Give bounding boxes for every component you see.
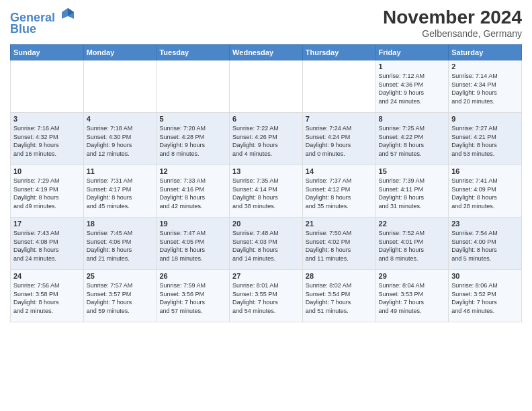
day-number: 10: [13, 167, 81, 175]
day-info: Sunrise: 7:33 AM Sunset: 4:16 PM Dayligh…: [159, 177, 226, 210]
day-info: Sunrise: 8:02 AM Sunset: 3:54 PM Dayligh…: [306, 281, 373, 315]
day-number: 27: [232, 272, 300, 280]
day-cell: 3Sunrise: 7:16 AM Sunset: 4:32 PM Daylig…: [11, 113, 84, 165]
header: General Blue November 2024 Gelbensande, …: [10, 7, 522, 39]
day-info: Sunrise: 7:31 AM Sunset: 4:17 PM Dayligh…: [87, 177, 154, 210]
day-info: Sunrise: 7:56 AM Sunset: 3:58 PM Dayligh…: [13, 281, 81, 315]
weekday-header-friday: Friday: [375, 45, 449, 60]
day-cell: 29Sunrise: 8:04 AM Sunset: 3:53 PM Dayli…: [375, 270, 449, 322]
day-cell: 17Sunrise: 7:43 AM Sunset: 4:08 PM Dayli…: [11, 218, 84, 270]
day-info: Sunrise: 7:47 AM Sunset: 4:05 PM Dayligh…: [159, 229, 226, 263]
day-cell: 8Sunrise: 7:25 AM Sunset: 4:22 PM Daylig…: [375, 113, 449, 165]
week-row-5: 24Sunrise: 7:56 AM Sunset: 3:58 PM Dayli…: [11, 270, 522, 322]
day-cell: 4Sunrise: 7:18 AM Sunset: 4:30 PM Daylig…: [83, 113, 157, 165]
day-number: 19: [159, 220, 226, 228]
page-container: General Blue November 2024 Gelbensande, …: [0, 0, 532, 326]
day-cell: 19Sunrise: 7:47 AM Sunset: 4:05 PM Dayli…: [157, 218, 230, 270]
day-number: 25: [87, 272, 154, 280]
day-number: 13: [232, 167, 300, 175]
day-number: 18: [87, 220, 154, 228]
day-info: Sunrise: 8:04 AM Sunset: 3:53 PM Dayligh…: [379, 281, 446, 315]
logo: General Blue: [10, 7, 75, 36]
day-info: Sunrise: 7:57 AM Sunset: 3:57 PM Dayligh…: [87, 281, 154, 315]
day-number: 21: [306, 220, 373, 228]
day-cell: 27Sunrise: 8:01 AM Sunset: 3:55 PM Dayli…: [230, 270, 303, 322]
day-number: 16: [451, 167, 519, 175]
day-cell: 10Sunrise: 7:29 AM Sunset: 4:19 PM Dayli…: [11, 165, 84, 218]
week-row-1: 1Sunrise: 7:12 AM Sunset: 4:36 PM Daylig…: [11, 60, 522, 113]
logo-icon: [60, 7, 75, 21]
day-number: 11: [87, 167, 154, 175]
day-cell: 18Sunrise: 7:45 AM Sunset: 4:06 PM Dayli…: [83, 218, 157, 270]
day-cell: [11, 60, 84, 113]
day-number: 5: [159, 115, 226, 123]
day-cell: [230, 60, 303, 113]
day-info: Sunrise: 7:52 AM Sunset: 4:01 PM Dayligh…: [379, 229, 446, 263]
day-cell: 9Sunrise: 7:27 AM Sunset: 4:21 PM Daylig…: [449, 113, 522, 165]
day-cell: 22Sunrise: 7:52 AM Sunset: 4:01 PM Dayli…: [375, 218, 449, 270]
day-number: 9: [451, 115, 519, 123]
day-number: 30: [451, 272, 519, 280]
day-number: 24: [13, 272, 81, 280]
week-row-3: 10Sunrise: 7:29 AM Sunset: 4:19 PM Dayli…: [11, 165, 522, 218]
day-cell: 15Sunrise: 7:39 AM Sunset: 4:11 PM Dayli…: [375, 165, 449, 218]
day-cell: 23Sunrise: 7:54 AM Sunset: 4:00 PM Dayli…: [449, 218, 522, 270]
weekday-header-thursday: Thursday: [302, 45, 375, 60]
day-info: Sunrise: 7:14 AM Sunset: 4:34 PM Dayligh…: [451, 72, 519, 105]
day-info: Sunrise: 7:54 AM Sunset: 4:00 PM Dayligh…: [451, 229, 519, 263]
weekday-header-saturday: Saturday: [449, 45, 522, 60]
day-cell: 2Sunrise: 7:14 AM Sunset: 4:34 PM Daylig…: [449, 60, 522, 113]
day-number: 3: [13, 115, 81, 123]
week-row-4: 17Sunrise: 7:43 AM Sunset: 4:08 PM Dayli…: [11, 218, 522, 270]
day-info: Sunrise: 7:20 AM Sunset: 4:28 PM Dayligh…: [159, 124, 226, 158]
day-info: Sunrise: 7:25 AM Sunset: 4:22 PM Dayligh…: [379, 124, 446, 158]
day-info: Sunrise: 7:39 AM Sunset: 4:11 PM Dayligh…: [379, 177, 446, 210]
day-info: Sunrise: 7:18 AM Sunset: 4:30 PM Dayligh…: [87, 124, 154, 158]
day-cell: [302, 60, 375, 113]
day-cell: 16Sunrise: 7:41 AM Sunset: 4:09 PM Dayli…: [449, 165, 522, 218]
day-info: Sunrise: 7:16 AM Sunset: 4:32 PM Dayligh…: [13, 124, 81, 158]
day-number: 23: [451, 220, 519, 228]
day-cell: 24Sunrise: 7:56 AM Sunset: 3:58 PM Dayli…: [11, 270, 84, 322]
day-info: Sunrise: 7:45 AM Sunset: 4:06 PM Dayligh…: [87, 229, 154, 263]
day-number: 4: [87, 115, 154, 123]
weekday-header-sunday: Sunday: [11, 45, 84, 60]
day-cell: 13Sunrise: 7:35 AM Sunset: 4:14 PM Dayli…: [230, 165, 303, 218]
day-number: 1: [379, 62, 446, 71]
day-info: Sunrise: 7:43 AM Sunset: 4:08 PM Dayligh…: [13, 229, 81, 263]
day-number: 28: [306, 272, 373, 280]
day-info: Sunrise: 8:01 AM Sunset: 3:55 PM Dayligh…: [232, 281, 300, 315]
day-number: 6: [232, 115, 300, 123]
day-cell: 5Sunrise: 7:20 AM Sunset: 4:28 PM Daylig…: [157, 113, 230, 165]
day-number: 29: [379, 272, 446, 280]
day-cell: 1Sunrise: 7:12 AM Sunset: 4:36 PM Daylig…: [375, 60, 449, 113]
day-info: Sunrise: 7:29 AM Sunset: 4:19 PM Dayligh…: [13, 177, 81, 210]
day-number: 22: [379, 220, 446, 228]
day-info: Sunrise: 7:27 AM Sunset: 4:21 PM Dayligh…: [451, 124, 519, 158]
day-info: Sunrise: 7:35 AM Sunset: 4:14 PM Dayligh…: [232, 177, 300, 210]
day-number: 8: [379, 115, 446, 123]
day-cell: 21Sunrise: 7:50 AM Sunset: 4:02 PM Dayli…: [302, 218, 375, 270]
day-cell: 30Sunrise: 8:06 AM Sunset: 3:52 PM Dayli…: [449, 270, 522, 322]
day-number: 15: [379, 167, 446, 175]
day-cell: 6Sunrise: 7:22 AM Sunset: 4:26 PM Daylig…: [230, 113, 303, 165]
day-cell: 20Sunrise: 7:48 AM Sunset: 4:03 PM Dayli…: [230, 218, 303, 270]
day-cell: 28Sunrise: 8:02 AM Sunset: 3:54 PM Dayli…: [302, 270, 375, 322]
day-cell: 25Sunrise: 7:57 AM Sunset: 3:57 PM Dayli…: [83, 270, 157, 322]
day-number: 7: [306, 115, 373, 123]
location: Gelbensande, Germany: [383, 28, 522, 39]
day-cell: 11Sunrise: 7:31 AM Sunset: 4:17 PM Dayli…: [83, 165, 157, 218]
day-info: Sunrise: 7:37 AM Sunset: 4:12 PM Dayligh…: [306, 177, 373, 210]
day-info: Sunrise: 7:41 AM Sunset: 4:09 PM Dayligh…: [451, 177, 519, 210]
day-cell: 26Sunrise: 7:59 AM Sunset: 3:56 PM Dayli…: [157, 270, 230, 322]
title-block: November 2024 Gelbensande, Germany: [383, 7, 522, 39]
month-title: November 2024: [383, 7, 522, 28]
calendar-table: SundayMondayTuesdayWednesdayThursdayFrid…: [10, 44, 522, 322]
day-cell: [157, 60, 230, 113]
day-cell: [83, 60, 157, 113]
day-info: Sunrise: 7:50 AM Sunset: 4:02 PM Dayligh…: [306, 229, 373, 263]
day-number: 2: [451, 62, 519, 71]
day-info: Sunrise: 7:12 AM Sunset: 4:36 PM Dayligh…: [379, 72, 446, 105]
day-number: 17: [13, 220, 81, 228]
day-number: 20: [232, 220, 300, 228]
